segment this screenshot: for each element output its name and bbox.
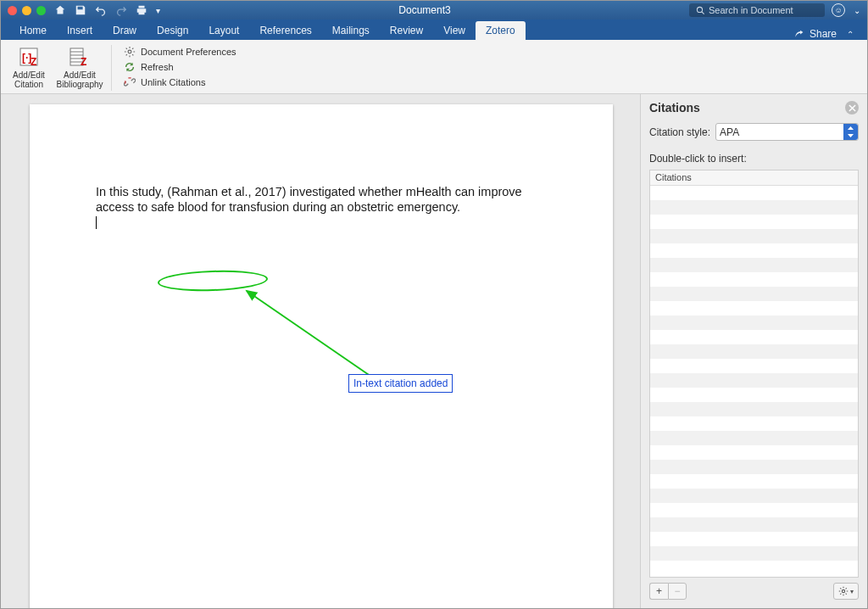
svg-text:Z: Z (31, 56, 36, 68)
insert-hint: Double-click to insert: (649, 153, 859, 165)
redo-icon[interactable] (115, 4, 127, 16)
refresh-button[interactable]: Refresh (120, 60, 240, 74)
inline-citation[interactable]: (Rahman et al., 2017) (167, 185, 286, 198)
titlebar-chevron-icon[interactable]: ⌄ (854, 6, 860, 15)
tab-mailings[interactable]: Mailings (322, 21, 380, 40)
document-page[interactable]: In this study, (Rahman et al., 2017) inv… (30, 104, 613, 608)
zoom-window-icon[interactable] (36, 6, 46, 15)
citation-icon: [·]Z (17, 45, 41, 69)
feedback-icon[interactable]: ☺ (832, 3, 845, 17)
panel-title: Citations (649, 101, 700, 115)
undo-icon[interactable] (95, 4, 107, 16)
citation-style-select[interactable]: APA (715, 123, 859, 141)
text-cursor (96, 216, 97, 229)
add-citation-button[interactable]: + (649, 583, 668, 600)
search-placeholder: Search in Document (709, 5, 793, 15)
citations-list-body (650, 186, 858, 577)
ribbon-separator (111, 45, 112, 91)
unlink-icon (124, 76, 136, 88)
tab-draw[interactable]: Draw (103, 21, 147, 40)
add-edit-bibliography-button[interactable]: Z Add/Edit Bibliography (57, 43, 103, 89)
chevron-down-icon: ▾ (850, 588, 854, 595)
refresh-icon (124, 61, 136, 73)
search-icon (696, 6, 705, 15)
share-icon (793, 29, 804, 40)
share-button[interactable]: Share ⌃ (788, 28, 859, 40)
tab-review[interactable]: Review (380, 21, 433, 40)
citation-settings-button[interactable]: ▾ (833, 583, 859, 600)
bibliography-icon: Z (68, 45, 92, 69)
panel-close-button[interactable] (845, 101, 859, 115)
unlink-citations-button[interactable]: Unlink Citations (120, 75, 240, 89)
citations-list-header[interactable]: Citations (650, 170, 858, 186)
citation-style-value: APA (720, 126, 739, 138)
gear-icon (124, 46, 136, 58)
search-input[interactable]: Search in Document (689, 3, 825, 17)
add-edit-bibliography-label: Add/Edit Bibliography (56, 70, 103, 89)
tab-layout[interactable]: Layout (198, 21, 249, 40)
svg-point-0 (697, 7, 702, 12)
citations-panel: Citations Citation style: APA Double-cli… (640, 94, 867, 608)
citations-list[interactable]: Citations (649, 170, 859, 578)
minimize-window-icon[interactable] (22, 6, 31, 15)
home-icon[interactable] (54, 4, 66, 16)
document-preferences-button[interactable]: Document Preferences (120, 45, 240, 59)
tab-home[interactable]: Home (9, 21, 57, 40)
svg-point-8 (842, 589, 844, 592)
svg-point-6 (128, 50, 131, 53)
unlink-citations-label: Unlink Citations (141, 77, 205, 87)
tab-insert[interactable]: Insert (57, 21, 103, 40)
ribbon-collapse-icon[interactable]: ⌃ (847, 30, 854, 39)
add-edit-citation-label: Add/Edit Citation (13, 70, 45, 89)
svg-text:Z: Z (81, 56, 86, 68)
add-edit-citation-button[interactable]: [·]Z Add/Edit Citation (6, 43, 52, 89)
minus-icon: − (674, 585, 680, 597)
tab-view[interactable]: View (433, 21, 476, 40)
document-title: Document3 (160, 4, 689, 16)
annotation-label: In-text citation added (348, 374, 453, 393)
close-icon (849, 104, 856, 112)
body-text: In this study, (96, 185, 167, 198)
remove-citation-button[interactable]: − (668, 583, 687, 600)
gear-icon (838, 586, 849, 596)
chevron-updown-icon (843, 124, 858, 140)
tab-zotero[interactable]: Zotero (476, 21, 526, 40)
citation-style-label: Citation style: (649, 126, 710, 138)
close-window-icon[interactable] (8, 6, 17, 15)
document-preferences-label: Document Preferences (141, 47, 236, 57)
tab-references[interactable]: References (249, 21, 321, 40)
print-icon[interactable] (136, 4, 147, 16)
save-icon[interactable] (75, 4, 86, 16)
refresh-label: Refresh (141, 62, 174, 72)
tab-design[interactable]: Design (147, 21, 198, 40)
plus-icon: + (656, 585, 662, 597)
window-controls[interactable] (8, 6, 46, 15)
share-label: Share (810, 28, 837, 40)
